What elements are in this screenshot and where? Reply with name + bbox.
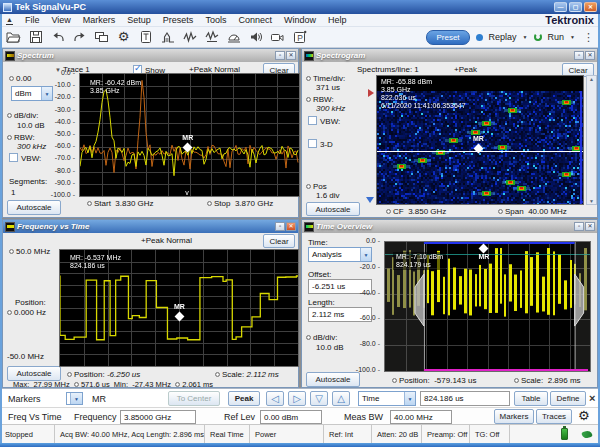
run-button[interactable]: Run — [548, 32, 565, 42]
marker-axis-select[interactable]: Time▼ — [358, 391, 416, 406]
tov-scale[interactable]: Scale: 2.896 ms — [514, 376, 581, 385]
higher-peak-button[interactable]: △ — [332, 391, 350, 406]
spectrogram-autoscale-button[interactable]: Autoscale — [306, 202, 360, 216]
scroll-down-icon[interactable]: ▼ — [589, 198, 594, 204]
spectrums-per-line[interactable]: Spectrums/line: 1 — [357, 65, 419, 74]
freq-vs-time-plot[interactable]: MR: -6.537 MHz824.186 us MR — [59, 249, 299, 367]
trace-icon[interactable] — [182, 30, 197, 44]
fvt-clear-button[interactable]: Clear — [263, 234, 295, 248]
spectrum-title-bar[interactable]: Spectrum ▫✕ — [3, 49, 298, 62]
knob-icon[interactable] — [7, 113, 12, 118]
knob-icon[interactable] — [67, 372, 72, 377]
time-overview-minimize-icon[interactable]: ▫ — [574, 222, 584, 231]
to-center-button[interactable]: To Center — [168, 391, 220, 406]
timediv-value[interactable]: 371 us — [316, 83, 340, 92]
knob-icon[interactable] — [9, 249, 14, 254]
knob-icon[interactable] — [306, 76, 311, 81]
ref-level-input[interactable]: 0.00 dBm — [260, 410, 322, 424]
fvt-autoscale-button[interactable]: Autoscale — [7, 366, 61, 381]
spectrogram-scrollbar[interactable]: ▲▼ — [586, 75, 597, 205]
time-overview-title-bar[interactable]: Time Overview ▫✕ — [302, 220, 597, 233]
knob-icon[interactable] — [514, 378, 519, 383]
tov-autoscale-button[interactable]: Autoscale — [306, 372, 360, 387]
knob-icon[interactable] — [175, 382, 180, 387]
table-button[interactable]: Table — [514, 391, 548, 406]
trigger-marker-icon[interactable] — [368, 89, 374, 97]
ref-level-value[interactable]: 0.00 — [9, 74, 32, 83]
knob-icon[interactable] — [386, 209, 391, 214]
preset-button[interactable]: Preset — [426, 30, 469, 45]
knob-icon[interactable] — [306, 184, 311, 189]
y-position-value[interactable]: 0.000 Hz — [7, 308, 46, 317]
replay-button[interactable]: Replay — [489, 32, 517, 42]
maximize-button[interactable]: ▢ — [569, 2, 582, 12]
redo-icon[interactable] — [72, 30, 87, 44]
knob-icon[interactable] — [207, 201, 212, 206]
tov-position[interactable]: Position: -579.143 us — [392, 376, 476, 385]
lower-peak-button[interactable]: ▽ — [310, 391, 328, 406]
minimize-button[interactable]: — — [554, 2, 567, 12]
knob-icon[interactable] — [498, 209, 503, 214]
menu-item[interactable]: Setup — [121, 15, 157, 25]
window-title-bar[interactable]: Tek SignalVu-PC — ▢ ✕ — [0, 0, 600, 14]
undo-icon[interactable] — [50, 30, 65, 44]
time-marker-icon[interactable] — [366, 197, 374, 203]
math-trace-icon[interactable] — [204, 30, 219, 44]
close-button[interactable]: ✕ — [584, 2, 597, 12]
audio-icon[interactable] — [248, 30, 263, 44]
meas-bw-input[interactable]: 40.00 MHz — [390, 410, 452, 424]
start-freq[interactable]: Start 3.830 GHz — [87, 199, 154, 208]
span-value[interactable]: Span 40.00 MHz — [498, 207, 567, 216]
vbw-checkbox[interactable]: VBW: — [308, 116, 340, 126]
knob-icon[interactable] — [215, 372, 220, 377]
stop-freq[interactable]: Stop 3.870 GHz — [207, 199, 273, 208]
vbw-checkbox-box[interactable] — [9, 153, 18, 162]
menu-item[interactable]: Markers — [77, 15, 122, 25]
spectrogram-plot[interactable]: MR: -65.88 dBm3.85 GHz 822.036 us6/11/20… — [376, 75, 584, 205]
traces-panel-button[interactable]: Traces — [536, 409, 572, 424]
threed-checkbox-box[interactable] — [308, 139, 317, 148]
knob-icon[interactable] — [7, 310, 12, 315]
open-file-icon[interactable] — [6, 30, 21, 44]
spectrum-close-icon[interactable]: ✕ — [286, 51, 296, 60]
run-dropdown-icon[interactable]: ▼ — [570, 34, 575, 40]
frequency-input[interactable]: 3.85000 GHz — [120, 410, 196, 424]
threed-checkbox[interactable]: 3-D — [308, 139, 333, 149]
spectrum-minimize-icon[interactable]: ▫ — [275, 51, 285, 60]
settings-gear-icon[interactable]: ⚙ — [578, 409, 590, 423]
chevron-down-icon[interactable]: ▼ — [404, 392, 415, 405]
marker-select[interactable]: ▼ — [66, 392, 83, 405]
freq-vs-time-close-icon[interactable]: ✕ — [286, 222, 296, 231]
more-menu-icon[interactable]: ⋮ — [583, 31, 594, 44]
x-position[interactable]: Position: -6.250 us — [67, 370, 140, 379]
scroll-up-icon[interactable]: ▲ — [589, 76, 594, 82]
marker-tool-icon[interactable] — [138, 30, 153, 44]
knob-icon[interactable] — [306, 335, 311, 340]
spectrogram-close-icon[interactable]: ✕ — [585, 51, 595, 60]
menu-item[interactable]: Tools — [199, 15, 232, 25]
save-icon[interactable] — [28, 30, 43, 44]
camera-icon[interactable] — [270, 30, 285, 44]
time-overview-close-icon[interactable]: ✕ — [585, 222, 595, 231]
menu-item[interactable]: Window — [278, 15, 322, 25]
knob-icon[interactable] — [9, 76, 14, 81]
close-markers-bar-icon[interactable]: × — [589, 392, 595, 404]
meter-icon[interactable] — [226, 30, 241, 44]
time-overview-plot[interactable]: MR: -7.10 dBm824.179 us MR — [384, 241, 591, 372]
knob-icon[interactable] — [306, 97, 311, 102]
p-button-icon[interactable]: P — [292, 30, 307, 44]
menu-item[interactable]: Presets — [157, 15, 200, 25]
spectrogram-minimize-icon[interactable]: ▫ — [574, 51, 584, 60]
freq-vs-time-minimize-icon[interactable]: ▫ — [275, 222, 285, 231]
menu-item[interactable]: Connect — [232, 15, 278, 25]
rbw-value[interactable]: 300 kHz — [316, 104, 345, 113]
center-frequency[interactable]: CF 3.850 GHz — [386, 207, 446, 216]
x-scale[interactable]: Scale: 2.112 ms — [215, 370, 279, 379]
settings-gear-icon[interactable]: ⚙ — [116, 30, 131, 44]
marker-value-input[interactable]: 824.186 us — [420, 391, 510, 406]
markers-panel-button[interactable]: Markers — [494, 409, 534, 424]
vbw-checkbox-box[interactable] — [308, 116, 317, 125]
next-peak-right-button[interactable]: ▷ — [288, 391, 306, 406]
spectrogram-title-bar[interactable]: Spectrogram ▫✕ — [302, 49, 597, 62]
knob-icon[interactable] — [7, 135, 12, 140]
